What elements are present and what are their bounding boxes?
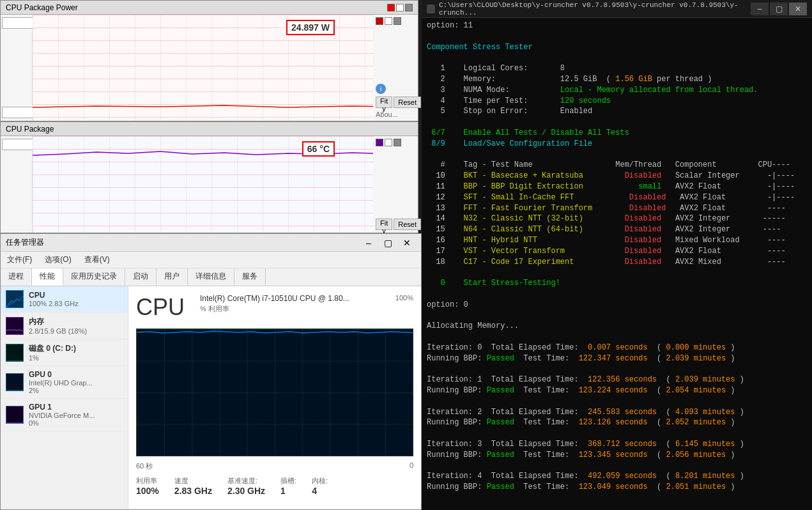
maximize-button[interactable]: ▢ [379, 236, 397, 250]
minimize-button[interactable]: – [360, 236, 378, 250]
term-blank1 [427, 31, 807, 42]
gpu1-sidebar-text: GPU 1 NVIDIA GeForce M... 0% [29, 403, 123, 427]
tm-menubar[interactable]: 文件(F) 选项(O) 查看(V) [1, 252, 421, 268]
close-button[interactable]: ✕ [398, 236, 416, 250]
term-enable-all: 6/7 Enable All Tests / Disable All Tests [427, 128, 807, 139]
gpu1-sidebar-name: GPU 1 [29, 403, 123, 412]
cpu-temp-window[interactable]: CPU Package 100 66 °C [0, 121, 418, 233]
base-speed-label: 基准速度: [227, 476, 265, 486]
term-blank4 [427, 150, 807, 160]
terminal-minimize[interactable]: – [751, 3, 769, 15]
temp-controls-panel[interactable]: Fit y Reset [373, 136, 418, 233]
term-12: 12 SFT - Small In-Cache FFT Disabled AVX… [427, 192, 807, 203]
cpu-util-label: % 利用率 [200, 304, 385, 314]
disk-sparkline [6, 344, 24, 362]
tm-sidebar[interactable]: CPU 100% 2.83 GHz 内存 2.8/ [1, 286, 128, 509]
temp-fit-y-button[interactable]: Fit y [376, 219, 392, 230]
temp-fit-controls[interactable]: Fit y Reset [376, 219, 415, 230]
term-blank2 [427, 52, 807, 63]
power-window-controls[interactable] [387, 4, 413, 12]
term-header: # Tag - Test Name Mem/Thread Component C… [427, 160, 807, 171]
terminal-close[interactable]: ✕ [789, 3, 807, 15]
legend-colors [387, 4, 413, 12]
disk-sidebar-name: 磁盘 0 (C: D:) [29, 343, 123, 354]
terminal-panel: C:\Users\CLOUD\Desktop\y-cruncher v0.7.8… [422, 0, 812, 510]
disk-sidebar-text: 磁盘 0 (C: D:) 1% [29, 343, 123, 362]
term-blank5 [427, 267, 807, 278]
tm-tabs[interactable]: 进程 性能 应用历史记录 启动 用户 详细信息 服务 [1, 268, 421, 286]
tm-window-controls[interactable]: – ▢ ✕ [360, 236, 416, 250]
menu-options[interactable]: 选项(O) [41, 253, 75, 267]
speed-value: 2.83 GHz [174, 486, 212, 496]
terminal-controls[interactable]: – ▢ ✕ [751, 3, 807, 15]
term-blank10 [427, 396, 807, 407]
cpu-usage-graph [136, 328, 413, 456]
power-controls-panel[interactable]: i Fit y Reset Abou... [373, 15, 418, 121]
stat-speed: 速度 2.83 GHz [174, 476, 212, 496]
stat-utilization: 利用率 100% [136, 476, 159, 496]
term-13: 13 FFT - Fast Fourier Transform Disabled… [427, 203, 807, 214]
temp-color-purple [376, 139, 383, 146]
tab-details[interactable]: 详细信息 [188, 268, 234, 286]
term-allocating: Allocating Memory... [427, 321, 807, 332]
util-label: 利用率 [136, 476, 159, 486]
term-iter2-bbp: Running BBP: Passed Test Time: 123.126 s… [427, 417, 807, 428]
menu-file[interactable]: 文件(F) [3, 253, 36, 267]
term-iter0-bbp: Running BBP: Passed Test Time: 122.347 s… [427, 353, 807, 364]
info-icon[interactable]: i [376, 84, 386, 94]
legend-red [387, 4, 395, 12]
sidebar-item-gpu1[interactable]: GPU 1 NVIDIA GeForce M... 0% [1, 399, 128, 431]
tab-app-history[interactable]: 应用历史记录 [63, 268, 125, 286]
temp-window-body: 100 66 °C Fit y [1, 136, 418, 233]
term-stop: 5 Stop on Error: Enabled [427, 106, 807, 117]
power-icon-area[interactable]: i [376, 84, 415, 94]
cpu-info: Intel(R) Core(TM) i7-10510U CPU @ 1.80..… [200, 294, 385, 314]
temp-color-boxes [376, 139, 415, 146]
cores-label: 内核: [312, 476, 328, 486]
terminal-title-text: C:\Users\CLOUD\Desktop\y-cruncher v0.7.8… [439, 1, 751, 17]
task-manager-window[interactable]: 任务管理器 – ▢ ✕ 文件(F) 选项(O) 查看(V) 进程 性能 应用历史… [0, 233, 422, 510]
memory-sidebar-detail: 2.8/15.9 GB (18%) [29, 327, 123, 335]
power-color-boxes [376, 17, 415, 25]
sidebar-item-memory[interactable]: 内存 2.8/15.9 GB (18%) [1, 313, 128, 339]
temp-window-titlebar: CPU Package [1, 122, 418, 136]
util-range: 100% [395, 294, 413, 302]
memory-sparkline [6, 317, 24, 335]
temp-range-input[interactable]: 100 [2, 139, 37, 150]
term-iter1-bbp: Running BBP: Passed Test Time: 123.224 s… [427, 385, 807, 396]
power-fit-controls[interactable]: Fit y Reset [376, 97, 415, 108]
power-color-white [385, 17, 392, 25]
fit-y-button[interactable]: Fit y [376, 97, 392, 108]
temp-reset-button[interactable]: Reset [394, 219, 421, 230]
cpu-graph-line-svg [137, 329, 413, 456]
tm-cpu-main: CPU Intel(R) Core(TM) i7-10510U CPU @ 1.… [128, 286, 421, 509]
sidebar-item-disk[interactable]: 磁盘 0 (C: D:) 1% [1, 339, 128, 366]
power-window-body: 300.000 0.000 24.897 W [1, 15, 418, 121]
menu-view[interactable]: 查看(V) [80, 253, 114, 267]
tab-processes[interactable]: 进程 [1, 268, 32, 286]
sidebar-item-cpu[interactable]: CPU 100% 2.83 GHz [1, 286, 128, 313]
term-iter3-bbp: Running BBP: Passed Test Time: 123.345 s… [427, 450, 807, 461]
term-10: 10 BKT - Basecase + Karatsuba Disabled S… [427, 171, 807, 182]
temp-y-axis: 100 [1, 136, 33, 233]
gpu0-sidebar-text: GPU 0 Intel(R) UHD Grap... 2% [29, 370, 123, 394]
temp-color-white [385, 139, 392, 146]
gpu1-sparkline [6, 406, 24, 424]
tab-startup[interactable]: 启动 [125, 268, 157, 286]
terminal-icon [427, 4, 435, 13]
tab-users[interactable]: 用户 [157, 268, 188, 286]
term-blank9 [427, 364, 807, 375]
term-14: 14 N32 - Classic NTT (32-bit) Disabled A… [427, 213, 807, 224]
graph-time-end: 0 [410, 461, 413, 471]
about-link[interactable]: Abou... [376, 111, 415, 118]
terminal-maximize[interactable]: ▢ [770, 3, 788, 15]
cpu-power-window[interactable]: CPU Package Power 300.000 0.000 [0, 0, 418, 121]
reset-button[interactable]: Reset [394, 97, 421, 108]
sidebar-item-gpu0[interactable]: GPU 0 Intel(R) UHD Grap... 2% [1, 366, 128, 399]
tab-performance[interactable]: 性能 [32, 268, 63, 286]
tab-services[interactable]: 服务 [234, 268, 266, 286]
term-blank7 [427, 311, 807, 321]
term-blank8 [427, 332, 807, 343]
cpu-sparkline-svg [6, 291, 24, 308]
power-color-gray [394, 17, 401, 25]
